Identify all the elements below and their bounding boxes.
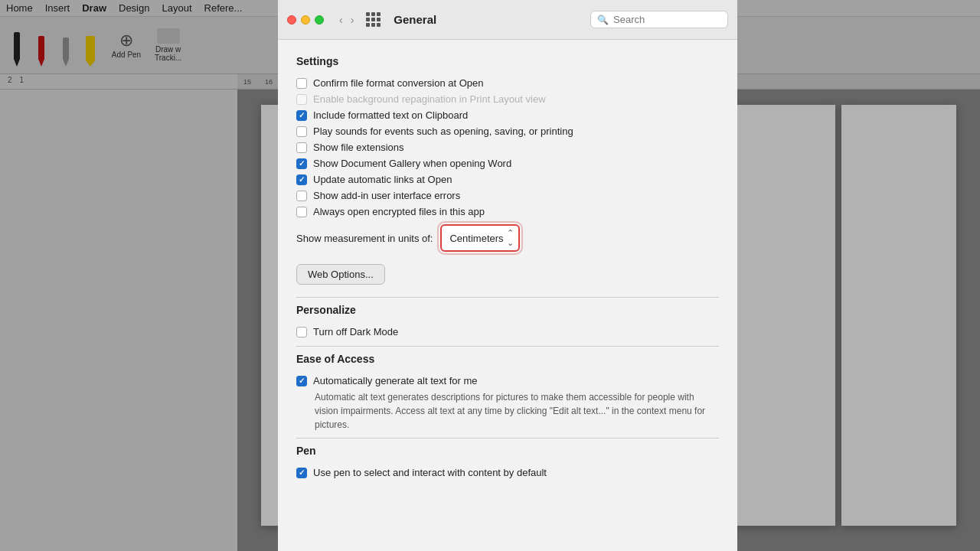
setting-confirm-format: Confirm file format conversion at Open <box>296 75 719 91</box>
checkbox-alt-text[interactable] <box>296 376 307 386</box>
checkbox-use-pen[interactable] <box>296 468 307 478</box>
checkbox-addin-errors[interactable] <box>296 191 307 201</box>
search-bar[interactable]: 🔍 <box>590 11 728 28</box>
label-encrypted-files: Always open encrypted files in this app <box>313 206 485 217</box>
web-options-button[interactable]: Web Options... <box>296 264 385 285</box>
modal-overlay: ‹ › General 🔍 Setti <box>0 0 980 551</box>
traffic-lights <box>287 15 324 24</box>
setting-encrypted-files: Always open encrypted files in this app <box>296 204 719 220</box>
units-label: Show measurement in units of: <box>296 233 433 244</box>
personalize-section-title: Personalize <box>296 304 719 316</box>
label-confirm-format: Confirm file format conversion at Open <box>313 77 484 89</box>
checkbox-bg-repagination[interactable] <box>296 94 307 105</box>
dialog-titlebar: ‹ › General 🔍 <box>278 0 737 40</box>
checkbox-confirm-format[interactable] <box>296 78 307 89</box>
units-select[interactable]: Centimeters ⌃⌄ <box>440 224 519 252</box>
pen-section-title: Pen <box>296 445 719 457</box>
dialog-content: Settings Confirm file format conversion … <box>278 40 737 551</box>
search-icon: 🔍 <box>597 15 609 25</box>
label-play-sounds: Play sounds for events such as opening, … <box>313 126 573 137</box>
label-bg-repagination: Enable background repagination in Print … <box>313 93 546 105</box>
checkbox-document-gallery[interactable] <box>296 158 307 169</box>
units-row: Show measurement in units of: Centimeter… <box>296 220 719 256</box>
setting-formatted-clipboard: Include formatted text on Clipboard <box>296 107 719 123</box>
checkbox-formatted-clipboard[interactable] <box>296 110 307 121</box>
label-alt-text: Automatically generate alt text for me <box>313 375 478 386</box>
chevron-up-down-icon: ⌃⌄ <box>507 228 514 248</box>
minimize-button[interactable] <box>301 15 310 24</box>
settings-section-title: Settings <box>296 55 719 67</box>
setting-addin-errors: Show add-in user interface errors <box>296 187 719 204</box>
back-button[interactable]: ‹ <box>336 12 346 28</box>
checkbox-encrypted-files[interactable] <box>296 207 307 217</box>
setting-file-extensions: Show file extensions <box>296 139 719 155</box>
label-document-gallery: Show Document Gallery when opening Word <box>313 158 511 169</box>
setting-auto-links: Update automatic links at Open <box>296 171 719 187</box>
nav-arrows: ‹ › <box>336 12 357 28</box>
setting-alt-text: Automatically generate alt text for me <box>296 373 719 389</box>
label-formatted-clipboard: Include formatted text on Clipboard <box>313 109 468 121</box>
divider-pen <box>296 438 719 439</box>
checkbox-file-extensions[interactable] <box>296 142 307 153</box>
setting-document-gallery: Show Document Gallery when opening Word <box>296 155 719 171</box>
forward-button[interactable]: › <box>348 12 358 28</box>
search-input[interactable] <box>613 14 721 25</box>
setting-use-pen: Use pen to select and interact with cont… <box>296 465 719 481</box>
label-addin-errors: Show add-in user interface errors <box>313 190 460 201</box>
maximize-button[interactable] <box>315 15 324 24</box>
divider-ease <box>296 346 719 347</box>
label-auto-links: Update automatic links at Open <box>313 174 452 185</box>
setting-play-sounds: Play sounds for events such as opening, … <box>296 123 719 139</box>
close-button[interactable] <box>287 15 296 24</box>
grid-icon[interactable] <box>366 12 381 28</box>
setting-bg-repagination: Enable background repagination in Print … <box>296 91 719 107</box>
checkbox-auto-links[interactable] <box>296 174 307 185</box>
preferences-dialog: ‹ › General 🔍 Setti <box>278 0 737 551</box>
checkbox-dark-mode[interactable] <box>296 327 307 337</box>
checkbox-play-sounds[interactable] <box>296 126 307 137</box>
dialog-title: General <box>394 13 436 26</box>
label-dark-mode: Turn off Dark Mode <box>313 326 398 337</box>
alt-text-description: Automatic alt text generates description… <box>315 390 719 432</box>
ease-of-access-section-title: Ease of Access <box>296 353 719 365</box>
divider-personalize <box>296 297 719 298</box>
setting-dark-mode: Turn off Dark Mode <box>296 324 719 340</box>
label-file-extensions: Show file extensions <box>313 142 404 153</box>
label-use-pen: Use pen to select and interact with cont… <box>313 467 547 478</box>
units-select-value: Centimeters <box>449 233 503 244</box>
